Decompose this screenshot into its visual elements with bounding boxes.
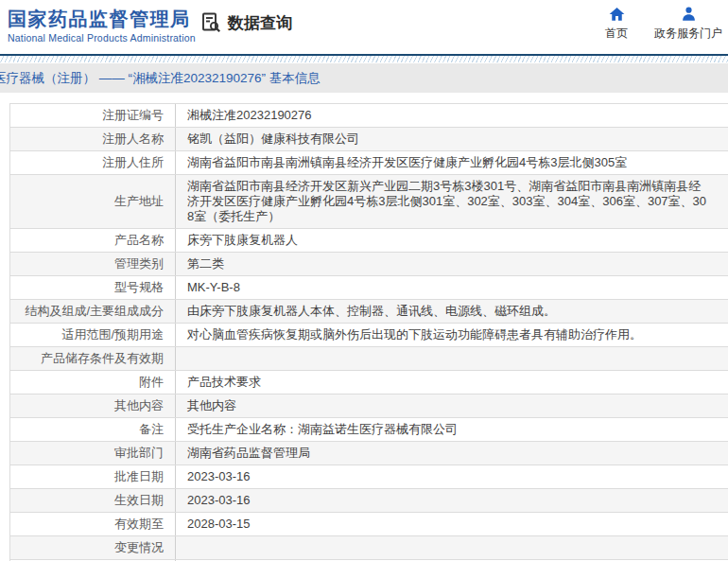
table-row: 适用范围/预期用途对心脑血管疾病恢复期或脑外伤后出现的下肢运动功能障碍患者具有辅… xyxy=(10,324,728,347)
row-value: 湖南省益阳市南县南洲镇南县经济开发区医疗健康产业孵化园4号栋3层北侧305室 xyxy=(176,151,719,174)
table-row: 有效期至2028-03-15 xyxy=(10,513,728,536)
row-value: 产品技术要求 xyxy=(176,371,719,394)
row-label-text: 适用范围/预期用途 xyxy=(61,327,164,342)
table-row: 注册人住所湖南省益阳市南县南洲镇南县经济开发区医疗健康产业孵化园4号栋3层北侧3… xyxy=(10,151,728,175)
row-value-text: 床旁下肢康复机器人 xyxy=(187,233,298,248)
table-row: 管理类别第二类 xyxy=(10,253,728,276)
row-value-text: 由床旁下肢康复机器人本体、控制器、通讯线、电源线、磁环组成。 xyxy=(187,304,556,319)
row-value: 铭凯（益阳）健康科技有限公司 xyxy=(176,128,719,150)
row-value: 第二类 xyxy=(176,253,719,275)
row-label: 生产地址 xyxy=(10,175,176,228)
document-search-icon xyxy=(199,10,223,35)
table-row: 型号规格MK-Y-B-8 xyxy=(10,276,728,300)
row-value: 受托生产企业名称：湖南益诺生医疗器械有限公司 xyxy=(176,418,719,441)
row-value: 2023-03-16 xyxy=(176,465,719,488)
row-value-text: 2028-03-15 xyxy=(187,517,251,532)
row-label: 生效日期 xyxy=(10,489,176,512)
table-row: 结构及组成/主要组成成分由床旁下肢康复机器人本体、控制器、通讯线、电源线、磁环组… xyxy=(10,300,728,324)
row-label: 附件 xyxy=(10,371,176,394)
row-label: 适用范围/预期用途 xyxy=(10,324,176,346)
row-value-text: 受托生产企业名称：湖南益诺生医疗器械有限公司 xyxy=(187,422,458,437)
nav-home-label: 首页 xyxy=(605,26,628,42)
table-row: 附件产品技术要求 xyxy=(10,371,728,394)
striped-divider xyxy=(0,54,728,62)
row-label-text: 生效日期 xyxy=(114,493,164,508)
table-row: 批准日期2023-03-16 xyxy=(10,465,728,489)
row-value-text: 湘械注准20232190276 xyxy=(187,108,312,123)
row-value: 2023-03-16 xyxy=(176,489,719,512)
registration-info-table: 注册证编号湘械注准20232190276注册人名称铭凯（益阳）健康科技有限公司注… xyxy=(9,103,728,561)
row-label-text: 审批部门 xyxy=(114,446,164,461)
row-label: 批准日期 xyxy=(10,465,176,488)
row-value-text: MK-Y-B-8 xyxy=(187,280,240,295)
row-label-text: 变更情况 xyxy=(114,540,164,555)
row-label: 其他内容 xyxy=(10,394,176,417)
nav-gov-portal-label: 政务服务门户 xyxy=(654,26,722,42)
row-label-text: 注册人名称 xyxy=(102,131,164,147)
row-label-text: 产品储存条件及有效期 xyxy=(41,351,164,366)
row-label: 管理类别 xyxy=(10,253,176,275)
table-row: 生产地址湖南省益阳市南县经济开发区新兴产业园二期3号栋3楼301号、湖南省益阳市… xyxy=(10,175,728,229)
row-value-text: 湖南省益阳市南县经济开发区新兴产业园二期3号栋3楼301号、湖南省益阳市南县南洲… xyxy=(187,179,707,224)
table-row: 注册证编号湘械注准20232190276 xyxy=(10,104,728,128)
row-value-text: 第二类 xyxy=(187,256,224,272)
row-label-text: 附件 xyxy=(139,375,164,390)
row-label-text: 注册人住所 xyxy=(102,155,164,170)
table-row: 生效日期2023-03-16 xyxy=(10,489,728,513)
breadcrumb-bar: 医疗器械（注册） —— “湘械注准20232190276” 基本信息 xyxy=(0,63,728,93)
nav-home[interactable]: 首页 xyxy=(605,6,628,42)
table-row: 其他内容其他内容 xyxy=(10,394,728,418)
logo-subtitle: National Medical Products Administration xyxy=(8,31,196,44)
table-row: 产品储存条件及有效期 xyxy=(10,347,728,371)
row-label-text: 批准日期 xyxy=(114,469,164,484)
nmpa-logo[interactable]: 国家药品监督管理局 National Medical Products Admi… xyxy=(8,7,196,44)
top-nav: 首页 政务服务门户 xyxy=(605,6,722,42)
row-label: 有效期至 xyxy=(10,513,176,535)
row-label: 型号规格 xyxy=(10,276,176,299)
row-label-text: 注册证编号 xyxy=(102,108,164,123)
row-value-text: 2023-03-16 xyxy=(187,469,251,484)
row-value: 湘械注准20232190276 xyxy=(176,104,719,127)
table-row: 产品名称床旁下肢康复机器人 xyxy=(10,229,728,253)
logo-title: 国家药品监督管理局 xyxy=(8,7,196,31)
row-value xyxy=(176,536,719,559)
row-label: 注册证编号 xyxy=(10,104,176,127)
row-label: 审批部门 xyxy=(10,442,176,465)
row-label-text: 结构及组成/主要组成成分 xyxy=(25,304,164,319)
row-value: 床旁下肢康复机器人 xyxy=(176,229,719,252)
row-label: 变更情况 xyxy=(10,536,176,559)
row-label-text: 有效期至 xyxy=(114,517,164,532)
row-label: 产品储存条件及有效期 xyxy=(10,347,176,370)
row-value-text: 湖南省药品监督管理局 xyxy=(187,446,310,461)
row-label: 注册人住所 xyxy=(10,151,176,174)
row-label-text: 产品名称 xyxy=(114,233,164,248)
table-row: 变更情况 xyxy=(10,536,728,560)
page-header: 国家药品监督管理局 National Medical Products Admi… xyxy=(0,0,728,54)
row-label-text: 其他内容 xyxy=(114,398,164,413)
home-icon xyxy=(608,6,626,23)
table-row: 注册人名称铭凯（益阳）健康科技有限公司 xyxy=(10,128,728,151)
spacer xyxy=(0,93,728,103)
table-row: 审批部门湖南省药品监督管理局 xyxy=(10,442,728,465)
person-icon xyxy=(680,6,698,23)
row-label-text: 型号规格 xyxy=(114,280,164,295)
data-query-section[interactable]: 数据查询 xyxy=(199,10,292,35)
row-label-text: 生产地址 xyxy=(114,194,164,209)
row-label: 结构及组成/主要组成成分 xyxy=(10,300,176,323)
row-label: 产品名称 xyxy=(10,229,176,252)
data-query-label: 数据查询 xyxy=(228,12,292,34)
row-value: 对心脑血管疾病恢复期或脑外伤后出现的下肢运动功能障碍患者具有辅助治疗作用。 xyxy=(176,324,719,346)
row-value-text: 其他内容 xyxy=(187,398,236,413)
row-value-text: 2023-03-16 xyxy=(187,493,251,508)
row-value: 湖南省益阳市南县经济开发区新兴产业园二期3号栋3楼301号、湖南省益阳市南县南洲… xyxy=(176,175,719,228)
row-value: 由床旁下肢康复机器人本体、控制器、通讯线、电源线、磁环组成。 xyxy=(176,300,719,323)
nav-gov-portal[interactable]: 政务服务门户 xyxy=(654,6,722,42)
row-value-text: 湖南省益阳市南县南洲镇南县经济开发区医疗健康产业孵化园4号栋3层北侧305室 xyxy=(187,155,627,170)
row-value: 其他内容 xyxy=(176,394,719,417)
row-value-text: 对心脑血管疾病恢复期或脑外伤后出现的下肢运动功能障碍患者具有辅助治疗作用。 xyxy=(187,327,642,342)
row-value: MK-Y-B-8 xyxy=(176,276,719,299)
row-label: 备注 xyxy=(10,418,176,441)
row-value-text: 产品技术要求 xyxy=(187,375,261,390)
row-label-text: 备注 xyxy=(139,422,164,437)
row-value: 2028-03-15 xyxy=(176,513,719,535)
